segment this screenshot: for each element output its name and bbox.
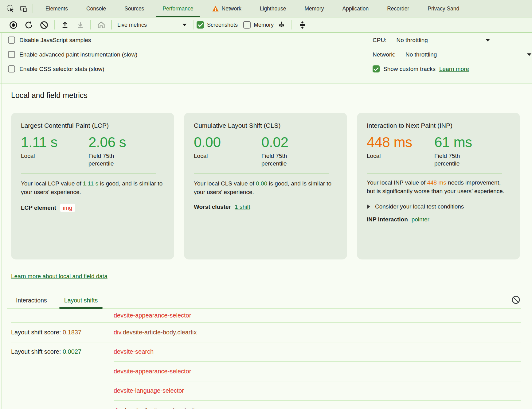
toolbar-separator — [54, 20, 55, 29]
toolbar-separator — [111, 20, 112, 29]
cls-local-value: 0.00 — [194, 135, 261, 150]
lcp-description: Your local LCP value of 1.11 s is good, … — [21, 179, 164, 197]
element-link[interactable]: devsite-appearance-selector — [114, 312, 521, 319]
network-throttling-select[interactable]: No throttling — [405, 51, 437, 58]
checkbox-checked-icon — [197, 21, 204, 29]
cpu-throttling-select[interactable]: No throttling — [396, 37, 428, 44]
checkbox-unchecked-icon — [8, 65, 15, 72]
chevron-down-icon[interactable] — [527, 53, 531, 56]
clear-button[interactable] — [36, 19, 52, 31]
load-profile-button[interactable] — [57, 19, 72, 31]
element-link[interactable]: div.devsite-article-body.clearfix — [114, 329, 521, 336]
collapse-panel-button[interactable] — [295, 19, 310, 31]
collapse-icon — [298, 21, 307, 29]
upload-icon — [61, 21, 69, 29]
tab-application[interactable]: Application — [333, 0, 378, 18]
card-title: Largest Contentful Paint (LCP) — [21, 122, 164, 129]
element-link[interactable]: devsite-language-selector — [114, 387, 521, 394]
cls-field-value: 0.02 — [261, 135, 337, 150]
record-icon — [9, 21, 18, 29]
tab-privacy-sandbox[interactable]: Privacy Sand — [418, 0, 468, 18]
record-and-reload-button[interactable] — [21, 19, 36, 31]
lcp-card: Largest Contentful Paint (LCP) 1.11 s Lo… — [11, 113, 174, 259]
table-row: devsite-language-selector — [11, 381, 521, 400]
performance-toolbar: Live metrics Screenshots Memory — [0, 18, 532, 32]
memory-checkbox[interactable]: Memory — [243, 21, 274, 29]
show-custom-tracks-row: Show custom tracks Learn more — [373, 62, 532, 76]
live-metrics-dropdown[interactable]: Live metrics — [114, 19, 191, 30]
tab-elements[interactable]: Elements — [36, 0, 77, 18]
clear-live-metrics-button[interactable] — [274, 19, 289, 31]
tab-recorder[interactable]: Recorder — [378, 0, 418, 18]
toolbar-separator — [194, 20, 194, 29]
tab-sources[interactable]: Sources — [115, 0, 153, 18]
element-link[interactable]: div.devsite-floating-action-buttons — [114, 407, 521, 409]
inp-local-value: 448 ms — [367, 135, 434, 150]
tab-interactions[interactable]: Interactions — [11, 293, 52, 308]
live-metrics-view: Local and field metrics Largest Contentf… — [0, 84, 532, 409]
toolbar-separator — [90, 20, 91, 29]
card-divider — [194, 173, 329, 173]
home-icon — [97, 21, 106, 29]
checkbox-unchecked-icon — [8, 37, 15, 44]
toolbar-separator — [33, 4, 33, 13]
show-custom-tracks-checkbox[interactable] — [373, 65, 380, 72]
table-row: devsite-appearance-selector — [11, 362, 521, 381]
element-link[interactable]: devsite-search — [114, 348, 521, 355]
tab-layout-shifts[interactable]: Layout shifts — [59, 293, 103, 308]
section-title: Local and field metrics — [11, 91, 521, 100]
inp-description: Your local INP value of 448 ms needs imp… — [367, 178, 510, 196]
cls-description: Your local CLS value of 0.00 is good, an… — [194, 179, 337, 197]
clear-metrics-brush-icon — [277, 21, 286, 29]
card-divider — [21, 173, 156, 173]
save-profile-button[interactable] — [72, 19, 88, 31]
card-title: Interaction to Next Paint (INP) — [367, 122, 510, 129]
log-tabbar: Interactions Layout shifts — [11, 293, 521, 308]
screenshots-checkbox[interactable]: Screenshots — [197, 21, 238, 29]
lcp-field-value: 2.06 s — [88, 135, 164, 150]
disclosure-triangle-icon — [367, 204, 370, 209]
lcp-element-link[interactable]: img — [60, 204, 76, 212]
chevron-down-icon[interactable] — [486, 39, 490, 41]
record-button[interactable] — [6, 19, 21, 31]
performance-options: Disable JavaScript samples Enable advanc… — [0, 32, 532, 84]
inp-field-value: 61 ms — [434, 135, 510, 150]
learn-more-link[interactable]: Learn more — [439, 66, 469, 72]
table-row: div.devsite-floating-action-buttons — [11, 401, 521, 409]
layout-shift-log: devsite-appearance-selector Layout shift… — [11, 309, 521, 409]
clear-log-button[interactable] — [511, 295, 521, 306]
tab-lighthouse[interactable]: Lighthouse — [251, 0, 295, 18]
checkbox-unchecked-icon — [243, 21, 251, 29]
home-button[interactable] — [93, 19, 109, 31]
cls-card: Cumulative Layout Shift (CLS) 0.00 Local… — [184, 113, 347, 259]
lcp-local-value: 1.11 s — [21, 135, 88, 150]
card-divider — [367, 173, 502, 173]
inspect-icon — [6, 5, 14, 13]
reload-icon — [24, 21, 33, 29]
devtools-tabbar: Elements Console Sources Performance Net… — [0, 0, 532, 18]
table-row: devsite-appearance-selector — [11, 309, 521, 322]
local-test-conditions-disclosure[interactable]: Consider your local test conditions — [367, 203, 510, 210]
tab-performance[interactable]: Performance — [153, 0, 202, 18]
block-icon — [511, 295, 521, 305]
worst-cluster-link[interactable]: 1 shift — [235, 204, 250, 210]
toolbar-separator — [291, 20, 292, 29]
element-link[interactable]: devsite-appearance-selector — [114, 368, 521, 375]
table-row: Layout shift score: 0.1837 div.devsite-a… — [11, 323, 521, 342]
device-toolbar-button[interactable] — [17, 2, 29, 15]
warning-icon — [212, 5, 219, 12]
panel-left-border — [2, 33, 2, 409]
network-throttling-row: Network: No throttling — [373, 47, 532, 62]
card-title: Cumulative Layout Shift (CLS) — [194, 122, 337, 129]
cpu-throttling-row: CPU: No throttling — [373, 33, 490, 47]
metric-cards: Largest Contentful Paint (LCP) 1.11 s Lo… — [11, 113, 521, 259]
table-row: Layout shift score: 0.0027 devsite-searc… — [11, 342, 521, 361]
device-toolbar-icon — [19, 5, 27, 13]
tab-memory[interactable]: Memory — [295, 0, 333, 18]
tab-network[interactable]: Network — [203, 0, 251, 18]
inspect-element-button[interactable] — [4, 2, 17, 15]
inp-interaction-link[interactable]: pointer — [412, 216, 429, 223]
throttling-controls: CPU: No throttling Network: No throttlin… — [373, 33, 532, 76]
learn-more-local-field-link[interactable]: Learn more about local and field data — [11, 273, 108, 280]
tab-console[interactable]: Console — [77, 0, 115, 18]
